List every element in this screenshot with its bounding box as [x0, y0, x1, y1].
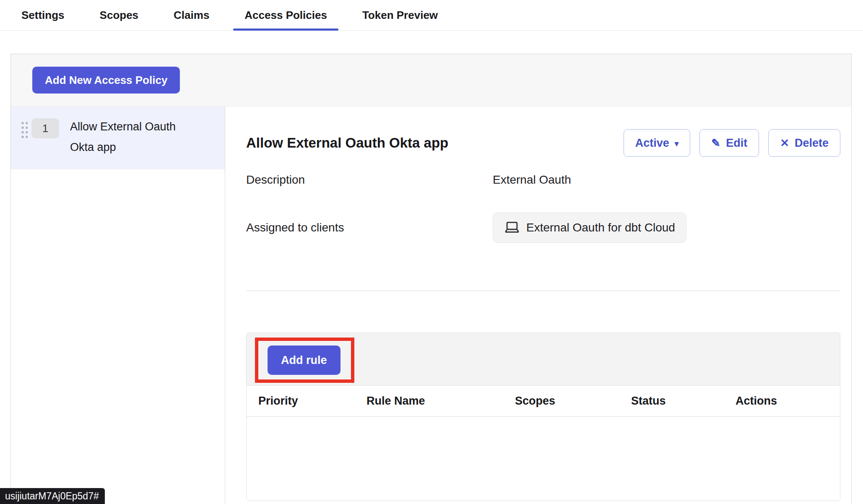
assigned-clients-row: Assigned to clients External Oauth for d…: [246, 213, 840, 243]
link-preview-status-bar: usijiutarM7Aj0Ep5d7#: [0, 488, 105, 504]
col-scopes: Scopes: [515, 395, 631, 408]
client-chip[interactable]: External Oauth for dbt Cloud: [493, 213, 686, 243]
caret-down-icon: ▾: [675, 139, 679, 148]
rules-card: Add rule Priority Rule Name Scopes Statu…: [246, 333, 840, 501]
delete-label: Delete: [795, 137, 829, 150]
assigned-clients-label: Assigned to clients: [246, 221, 493, 234]
description-row: Description External Oauth: [246, 171, 840, 188]
rules-toolbar: Add rule: [247, 333, 840, 386]
client-chip-label: External Oauth for dbt Cloud: [526, 221, 675, 234]
tab-scopes[interactable]: Scopes: [88, 0, 150, 30]
policy-list-item[interactable]: 1 Allow External Oauth Okta app: [11, 107, 225, 169]
drag-handle-icon[interactable]: [20, 120, 28, 140]
policy-title-row: Allow External Oauth Okta app Active ▾ ✎…: [246, 129, 840, 157]
tab-claims[interactable]: Claims: [162, 0, 221, 30]
pencil-icon: ✎: [711, 137, 720, 150]
edit-policy-button[interactable]: ✎ Edit: [699, 129, 759, 157]
laptop-icon: [504, 221, 520, 234]
add-rule-button[interactable]: Add rule: [268, 346, 341, 375]
col-status: Status: [631, 395, 736, 408]
tab-token-preview[interactable]: Token Preview: [351, 0, 449, 30]
policy-title: Allow External Oauth Okta app: [246, 135, 448, 151]
policy-order-badge: 1: [31, 118, 59, 138]
tab-access-policies[interactable]: Access Policies: [233, 0, 338, 30]
col-rule-name: Rule Name: [367, 395, 515, 408]
rules-table-body: [247, 417, 840, 501]
section-divider: [246, 291, 840, 291]
edit-label: Edit: [726, 137, 747, 150]
tab-settings[interactable]: Settings: [10, 0, 76, 30]
description-value: External Oauth: [493, 173, 571, 187]
page: Settings Scopes Claims Access Policies T…: [0, 0, 863, 504]
status-label: Active: [635, 137, 669, 150]
tab-bar: Settings Scopes Claims Access Policies T…: [0, 0, 863, 31]
policy-list: 1 Allow External Oauth Okta app: [11, 107, 225, 504]
panel-toolbar: Add New Access Policy: [11, 54, 851, 107]
policy-name: Allow External Oauth Okta app: [70, 117, 196, 158]
col-actions: Actions: [736, 395, 840, 408]
description-label: Description: [246, 173, 493, 187]
x-icon: ✕: [780, 137, 789, 150]
panel-body: 1 Allow External Oauth Okta app Allow Ex…: [11, 107, 851, 504]
delete-policy-button[interactable]: ✕ Delete: [768, 129, 840, 157]
rules-table-header: Priority Rule Name Scopes Status Actions: [247, 386, 840, 417]
add-new-access-policy-button[interactable]: Add New Access Policy: [32, 67, 180, 94]
policy-detail: Allow External Oauth Okta app Active ▾ ✎…: [225, 107, 851, 504]
access-policies-panel: Add New Access Policy 1 Allow External O…: [10, 54, 852, 504]
policy-actions: Active ▾ ✎ Edit ✕ Delete: [624, 129, 840, 157]
policy-status-dropdown[interactable]: Active ▾: [624, 129, 691, 157]
col-priority: Priority: [258, 395, 367, 408]
